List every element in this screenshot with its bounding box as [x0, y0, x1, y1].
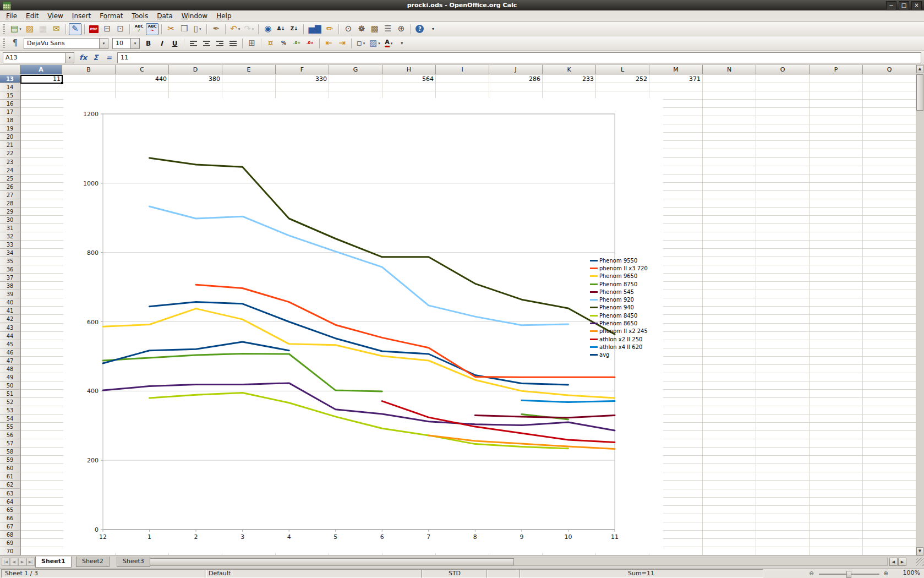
horizontal-scrollbar[interactable] — [145, 558, 888, 566]
cell-K13[interactable]: 233 — [543, 75, 596, 83]
open-button[interactable]: ▨ — [24, 23, 36, 35]
borders-button[interactable]: ▫▾ — [354, 37, 367, 50]
autospellcheck-button[interactable]: ABC~ — [146, 23, 158, 35]
gallery-button[interactable]: ▩ — [368, 23, 381, 35]
row-header-17[interactable]: 17 — [0, 108, 20, 116]
row-header-65[interactable]: 65 — [0, 506, 20, 514]
toolbar-grip[interactable] — [3, 24, 5, 34]
row-header-18[interactable]: 18 — [0, 116, 20, 124]
zoom-in-icon[interactable]: ⊕ — [882, 570, 889, 577]
row-header-55[interactable]: 55 — [0, 423, 20, 431]
navigator-button[interactable]: ☸ — [355, 23, 368, 35]
row-header-54[interactable]: 54 — [0, 415, 20, 423]
zoom-thumb[interactable] — [846, 571, 851, 578]
resize-grip[interactable] — [916, 558, 924, 566]
row-header-27[interactable]: 27 — [0, 191, 20, 199]
underline-button[interactable]: U — [168, 37, 181, 50]
column-header-E[interactable]: E — [222, 65, 276, 74]
cell-M13[interactable]: 371 — [649, 75, 703, 83]
close-button[interactable]: × — [911, 1, 922, 10]
tab-sheet1[interactable]: Sheet1 — [35, 557, 72, 568]
row-header-29[interactable]: 29 — [0, 208, 20, 216]
row-header-37[interactable]: 37 — [0, 274, 20, 282]
row-header-59[interactable]: 59 — [0, 456, 20, 464]
row-header-28[interactable]: 28 — [0, 199, 20, 208]
row-header-23[interactable]: 23 — [0, 158, 20, 166]
row-header-49[interactable]: 49 — [0, 373, 20, 381]
undo-button[interactable]: ↶▾ — [228, 23, 242, 35]
menu-window[interactable]: Window — [177, 10, 212, 21]
font-size-combo[interactable]: 10▾ — [112, 38, 140, 49]
menu-data[interactable]: Data — [152, 10, 177, 21]
chevron-down-icon[interactable]: ▾ — [252, 27, 254, 31]
font-name-combo[interactable]: DejaVu Sans▾ — [24, 38, 108, 49]
row-header-70[interactable]: 70 — [0, 547, 20, 555]
row-header-14[interactable]: 14 — [0, 83, 20, 91]
column-header-G[interactable]: G — [329, 65, 382, 74]
tab-sheet2[interactable]: Sheet2 — [76, 557, 110, 567]
row-header-52[interactable]: 52 — [0, 398, 20, 406]
column-header-B[interactable]: B — [62, 65, 116, 74]
column-header-Q[interactable]: Q — [863, 65, 916, 74]
cell-F13[interactable]: 330 — [276, 75, 329, 83]
status-page-style[interactable]: Default — [205, 569, 423, 578]
row-header-58[interactable]: 58 — [0, 448, 20, 456]
column-header-A[interactable]: A — [20, 65, 62, 74]
hyperlink-button[interactable]: ◉ — [261, 23, 274, 35]
select-all-corner[interactable] — [0, 65, 20, 74]
new-document-button[interactable]: ▤▾ — [9, 23, 23, 35]
decrease-indent-button[interactable]: ⇤ — [322, 37, 335, 50]
column-header-C[interactable]: C — [116, 65, 169, 74]
chevron-down-icon[interactable]: ▾ — [238, 27, 240, 31]
cell-L13[interactable]: 252 — [596, 75, 649, 83]
row-header-44[interactable]: 44 — [0, 332, 20, 340]
align-left-button[interactable] — [187, 37, 200, 50]
column-header-K[interactable]: K — [543, 65, 596, 74]
column-header-N[interactable]: N — [703, 65, 756, 74]
status-mode[interactable]: STD — [421, 569, 488, 578]
toolbar-options-button[interactable]: ▾ — [427, 23, 439, 35]
cell-C13[interactable]: 440 — [116, 75, 169, 83]
row-header-42[interactable]: 42 — [0, 315, 20, 323]
row-header-22[interactable]: 22 — [0, 149, 20, 157]
vertical-scroll-thumb[interactable] — [916, 74, 923, 111]
row-header-33[interactable]: 33 — [0, 241, 20, 249]
chevron-down-icon[interactable]: ▾ — [19, 27, 21, 31]
scroll-up-icon[interactable]: ▲ — [916, 65, 923, 73]
row-header-30[interactable]: 30 — [0, 216, 20, 224]
column-header-F[interactable]: F — [276, 65, 329, 74]
insert-chart-button[interactable]: ▅▇ — [307, 23, 322, 35]
row-header-39[interactable]: 39 — [0, 290, 20, 298]
row-header-16[interactable]: 16 — [0, 100, 20, 108]
chevron-down-icon[interactable]: ▾ — [130, 39, 139, 48]
row-header-50[interactable]: 50 — [0, 381, 20, 390]
number-format-currency-button[interactable]: ¤ — [264, 37, 277, 50]
sort-descending-button[interactable]: Z↓ — [288, 23, 300, 35]
add-decimal-place-button[interactable]: .0+ — [291, 37, 303, 50]
chevron-down-icon[interactable]: ▾ — [65, 53, 74, 63]
scroll-right-icon[interactable]: ▶ — [898, 558, 906, 566]
chevron-down-icon[interactable]: ▾ — [378, 41, 380, 46]
cell-J13[interactable]: 286 — [489, 75, 543, 83]
row-header-61[interactable]: 61 — [0, 472, 20, 481]
show-draw-functions-button[interactable]: ✏ — [323, 23, 336, 35]
menu-edit[interactable]: Edit — [21, 10, 43, 21]
export-as-pdf-button[interactable]: PDF — [88, 23, 100, 35]
font-color-button[interactable]: A▾ — [382, 37, 395, 50]
spellcheck-button[interactable]: ABC✓ — [133, 23, 145, 35]
format-paintbrush-button[interactable]: ✒ — [210, 23, 222, 35]
chevron-down-icon[interactable]: ▾ — [363, 41, 365, 46]
row-header-40[interactable]: 40 — [0, 298, 20, 307]
toolbar-grip[interactable] — [3, 39, 5, 48]
menu-view[interactable]: View — [43, 10, 67, 21]
sum-button[interactable]: Σ — [89, 53, 102, 62]
horizontal-scroll-thumb[interactable] — [146, 558, 514, 565]
row-header-66[interactable]: 66 — [0, 514, 20, 522]
align-center-button[interactable] — [200, 37, 213, 50]
chevron-down-icon[interactable]: ▾ — [99, 39, 108, 48]
help-button[interactable]: ? — [413, 23, 426, 35]
print-button[interactable]: ⊟ — [101, 23, 113, 35]
column-header-L[interactable]: L — [596, 65, 649, 74]
row-header-53[interactable]: 53 — [0, 406, 20, 415]
zoom-slider[interactable]: ⊖ ⊕ — [803, 570, 892, 577]
